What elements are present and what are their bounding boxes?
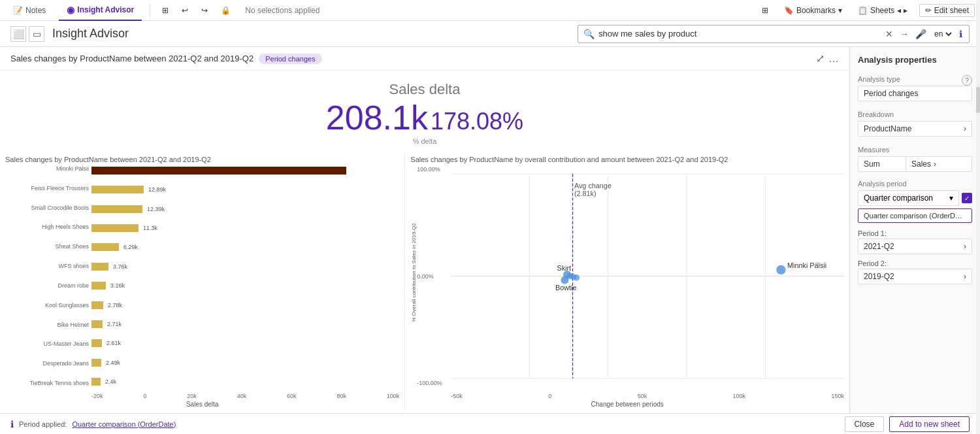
notes-icon: 📝 [13, 6, 23, 15]
bar-y-label: Dream robe [13, 283, 91, 289]
redo-btn[interactable]: ↪ [197, 6, 212, 15]
sheets-btn[interactable]: 📋 Sheets ◂ ▸ [854, 6, 911, 15]
period-dropdown-value: Quarter comparison [864, 193, 933, 203]
scatter-x-label: -50k [451, 393, 463, 399]
bar-y-label: High Heels Shoes [13, 224, 91, 230]
edit-sheet-label: Edit sheet [934, 6, 969, 15]
grid-btn[interactable]: ⊞ [758, 6, 772, 15]
bottom-bar-info-text: Period applied: [19, 420, 67, 428]
info-button[interactable]: ℹ [958, 29, 964, 39]
snap-btn[interactable]: ⊞ [158, 6, 172, 15]
bar [91, 301, 103, 309]
scatter-x-label: 0 [548, 393, 551, 399]
chevron-down-icon: ▾ [949, 193, 953, 203]
bar-value: 3.76k [111, 263, 127, 270]
top-bar-right: ⊞ 🔖 Bookmarks ▾ 📋 Sheets ◂ ▸ ✏ Edit shee… [758, 4, 975, 17]
period2-label: Period 2: [858, 259, 972, 267]
analysis-type-item: Period changes [858, 86, 972, 101]
scatter-chart-panel: Sales changes by ProductName by overall … [405, 153, 849, 410]
chevron-right-icon: › [964, 272, 966, 281]
search-input[interactable] [598, 29, 880, 39]
top-bar: 📝 Notes ◉ Insight Advisor ⊞ ↩ ↪ 🔒 No sel… [0, 0, 980, 21]
selection-text: No selections applied [245, 6, 319, 15]
bar-y-label: WFS shoes [13, 263, 91, 269]
scrollbar-track [976, 47, 980, 413]
more-options-button[interactable]: … [828, 52, 839, 65]
bookmark-icon: 🔖 [784, 6, 794, 15]
bar [91, 359, 101, 367]
bottom-bar-link[interactable]: Quarter comparison (OrderDate) [72, 420, 176, 428]
left-panel: Sales changes by ProductName between 202… [0, 47, 849, 413]
lock-btn[interactable]: 🔒 [217, 6, 235, 15]
measure-agg: Sum [858, 157, 906, 171]
tab-notes-label: Notes [25, 6, 46, 15]
scatter-point [574, 275, 580, 281]
chevron-right-icon: › [964, 242, 966, 251]
bar-value: 2.78k [106, 302, 122, 309]
svg-text:Avg change: Avg change [574, 182, 612, 190]
close-button[interactable]: Close [845, 416, 885, 432]
chevron-down-icon: ▾ [838, 6, 842, 15]
bar-row: 12.89k [91, 185, 399, 194]
bar-y-label: US-Master Jeans [13, 341, 91, 347]
chart-header: Sales changes by ProductName between 202… [0, 47, 849, 71]
svg-text:Minnki Pälsii: Minnki Pälsii [787, 261, 826, 269]
bar-y-label: Desperado Jeans [13, 361, 91, 367]
tab-insight[interactable]: ◉ Insight Advisor [59, 0, 142, 21]
language-select[interactable]: en [932, 29, 954, 39]
bar-row: 11.3k [91, 224, 399, 233]
svg-text:Skirt: Skirt [557, 264, 572, 272]
left-panel-toggle[interactable]: ⬜ [10, 26, 26, 42]
bar [91, 205, 142, 213]
period-badge: Period changes [259, 54, 321, 64]
tab-notes[interactable]: 📝 Notes [5, 0, 54, 21]
clear-search-button[interactable]: ✕ [884, 29, 894, 39]
bar-row: 2.49k [91, 358, 399, 367]
analysis-type-value: Period changes [864, 89, 918, 98]
bar [91, 167, 346, 175]
sheets-icon: 📋 [858, 6, 868, 15]
submit-search-button[interactable]: → [898, 29, 910, 39]
bar-y-label: Minnki Pälsii [13, 166, 91, 172]
chart-header-actions: ⤢ … [816, 52, 839, 65]
edit-sheet-button[interactable]: ✏ Edit sheet [919, 4, 975, 17]
mic-button[interactable]: 🎤 [914, 29, 928, 39]
expand-button[interactable]: ⤢ [816, 52, 825, 65]
bar-value: 11.3k [141, 225, 157, 231]
bar-y-label: TieBreak Tennis shoes [13, 380, 91, 386]
period1-value-row[interactable]: 2021-Q2 › [858, 239, 972, 254]
period-checkbox[interactable]: ✓ [962, 193, 972, 203]
info-circle-icon: ℹ [10, 419, 14, 429]
period2-value-row[interactable]: 2019-Q2 › [858, 269, 972, 284]
help-icon[interactable]: ? [962, 75, 972, 86]
insight-icon: ◉ [67, 5, 74, 15]
bar-row: 12.39k [91, 205, 399, 214]
bar-y-label: Small Crocodile Boots [13, 205, 91, 211]
scrollbar-thumb[interactable] [976, 87, 980, 113]
kpi-sublabel: % delta [413, 137, 437, 145]
svg-text:(2.81k): (2.81k) [574, 190, 596, 197]
bar-value: 6.29k [122, 244, 138, 250]
bottom-bar: ℹ Period applied: Quarter comparison (Or… [0, 413, 980, 434]
measure-field[interactable]: Sales › [906, 157, 972, 171]
period-dropdown[interactable]: Quarter comparison ▾ [858, 190, 959, 206]
right-panel-toggle[interactable]: ▭ [29, 26, 44, 42]
sheets-label: Sheets [870, 6, 894, 15]
bookmarks-btn[interactable]: 🔖 Bookmarks ▾ [780, 6, 846, 15]
x-label: 100k [387, 393, 400, 399]
measures-label: Measures [858, 146, 972, 154]
bar [91, 263, 108, 271]
undo-btn[interactable]: ↩ [178, 6, 192, 15]
bookmarks-label: Bookmarks [796, 6, 836, 15]
svg-text:Bowtie: Bowtie [555, 284, 577, 292]
bar-y-label: Kool Sunglasses [13, 303, 91, 309]
add-to-sheet-button[interactable]: Add to new sheet [889, 416, 970, 432]
breakdown-item[interactable]: ProductName › [858, 121, 972, 137]
scatter-chart-title: Sales changes by ProductName by overall … [410, 156, 844, 163]
bar-value: 2.71k [105, 321, 122, 327]
x-label: 20k [187, 393, 197, 399]
insight-advisor-title: Insight Advisor [52, 27, 129, 41]
main-content: Sales changes by ProductName between 202… [0, 47, 980, 413]
period-option[interactable]: Quarter comparison (OrderD… [858, 209, 972, 223]
analysis-type-label: Analysis type [858, 75, 900, 83]
